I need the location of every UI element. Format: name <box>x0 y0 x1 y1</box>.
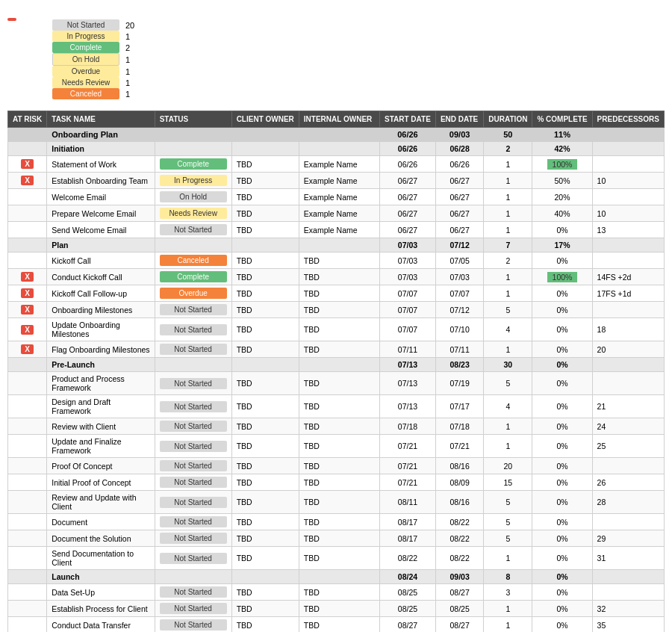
pred-cell: 21 <box>592 395 664 418</box>
table-header: START DATE <box>379 111 435 128</box>
duration-cell: 5 <box>484 514 532 530</box>
status-cell: Not Started <box>155 318 231 341</box>
at-risk-x: X <box>21 272 34 282</box>
start-cell: 06/26 <box>379 142 435 156</box>
start-cell: 08/27 <box>379 617 435 633</box>
status-count: 1 <box>125 90 130 99</box>
at-risk-cell <box>8 601 47 617</box>
duration-cell: 1 <box>484 435 532 458</box>
status-badge: Not Started <box>160 603 227 614</box>
status-cell: Complete <box>155 156 231 173</box>
at-risk-cell <box>8 435 47 458</box>
duration-cell: 1 <box>484 341 532 358</box>
duration-cell: 1 <box>484 173 532 189</box>
pred-cell: 24 <box>592 418 664 435</box>
task-name-cell: Update Onboarding Milestones <box>47 318 155 341</box>
task-name-cell: Establish Process for Client <box>47 601 155 617</box>
start-cell: 07/03 <box>379 238 435 253</box>
end-cell: 07/18 <box>435 418 483 435</box>
duration-cell: 20 <box>484 458 532 474</box>
pct-value: 0% <box>556 534 567 543</box>
task-name-cell: Pre-Launch <box>47 358 155 372</box>
end-cell: 06/28 <box>435 142 483 156</box>
table-row: Update and Finalize Framework Not Starte… <box>8 435 665 458</box>
at-risk-cell <box>8 395 47 418</box>
table-row: X Update Onboarding Milestones Not Start… <box>8 318 665 341</box>
end-cell: 08/22 <box>435 530 483 547</box>
pred-cell: 18 <box>592 318 664 341</box>
internal-cell: TBD <box>299 318 379 341</box>
table-row: X Kickoff Call Follow-up Overdue TBD TBD… <box>8 285 665 302</box>
duration-cell: 5 <box>484 302 532 318</box>
at-risk-x: X <box>21 176 34 185</box>
duration-cell: 2 <box>484 142 532 156</box>
status-badge: Not Started <box>160 533 227 544</box>
internal-cell: TBD <box>299 435 379 458</box>
pct-cell: 0% <box>532 458 592 474</box>
status-badge: Canceled <box>160 255 227 266</box>
task-name-cell: Kickoff Call Follow-up <box>47 285 155 302</box>
at-risk-cell: X <box>8 285 47 302</box>
end-cell: 07/17 <box>435 395 483 418</box>
pct-cell: 0% <box>532 584 592 601</box>
end-cell: 07/07 <box>435 285 483 302</box>
table-row: Review and Update with Client Not Starte… <box>8 491 665 514</box>
sub-group-header-row: Initiation 06/26 06/28 2 42% <box>8 142 665 156</box>
start-cell: 08/25 <box>379 584 435 601</box>
table-header: END DATE <box>435 111 483 128</box>
at-risk-cell <box>8 372 47 395</box>
pred-cell: 31 <box>592 547 664 570</box>
at-risk-cell: X <box>8 302 47 318</box>
task-name-cell: Conduct Data Transfer <box>47 617 155 633</box>
start-cell: 07/13 <box>379 395 435 418</box>
pred-cell <box>592 128 664 142</box>
pct-cell: 0% <box>532 570 592 584</box>
status-badge: Not Started <box>160 586 227 598</box>
status-badge: Overdue <box>160 288 227 299</box>
at-risk-cell: X <box>8 269 47 285</box>
table-header: % COMPLETE <box>532 111 592 128</box>
start-cell: 07/21 <box>379 474 435 491</box>
client-cell: TBD <box>231 458 299 474</box>
status-badge: Not Started <box>160 619 227 631</box>
internal-cell: TBD <box>299 418 379 435</box>
end-cell: 09/03 <box>435 570 483 584</box>
internal-cell <box>299 142 379 156</box>
end-cell: 07/10 <box>435 318 483 341</box>
table-row: Conduct Data Transfer Not Started TBD TB… <box>8 617 665 633</box>
client-cell <box>231 570 299 584</box>
end-cell: 08/22 <box>435 547 483 570</box>
internal-cell: TBD <box>299 491 379 514</box>
pred-cell: 13 <box>592 222 664 238</box>
table-row: X Flag Onboarding Milestones Not Started… <box>8 341 665 358</box>
client-cell: TBD <box>231 491 299 514</box>
client-cell <box>231 238 299 253</box>
status-badge: Needs Review <box>160 208 227 219</box>
main-table: AT RISKTASK NAMESTATUSCLIENT OWNERINTERN… <box>7 111 665 632</box>
duration-cell: 5 <box>484 372 532 395</box>
duration-cell: 1 <box>484 285 532 302</box>
task-name-cell: Send Welcome Email <box>47 222 155 238</box>
status-badge: Not Started <box>160 344 227 355</box>
client-cell <box>231 142 299 156</box>
internal-cell: TBD <box>299 285 379 302</box>
client-cell <box>231 358 299 372</box>
pct-value: 0% <box>556 554 567 563</box>
task-name-cell: Plan <box>47 238 155 253</box>
end-cell: 08/09 <box>435 474 483 491</box>
task-name-cell: Data Set-Up <box>47 584 155 601</box>
pct-value: 0% <box>556 588 567 597</box>
status-summary-row: Needs Review1 <box>52 77 134 88</box>
client-cell: TBD <box>231 205 299 222</box>
status-cell: Not Started <box>155 458 231 474</box>
pred-cell <box>592 142 664 156</box>
pred-cell <box>592 372 664 395</box>
start-cell: 07/07 <box>379 285 435 302</box>
duration-cell: 5 <box>484 491 532 514</box>
duration-cell: 1 <box>484 601 532 617</box>
pct-value: 20% <box>554 193 570 202</box>
pct-cell: 100% <box>532 269 592 285</box>
pct-value: 100% <box>547 159 577 170</box>
table-row: Prepare Welcome Email Needs Review TBD E… <box>8 205 665 222</box>
status-summary-row: In Progress1 <box>52 31 134 42</box>
